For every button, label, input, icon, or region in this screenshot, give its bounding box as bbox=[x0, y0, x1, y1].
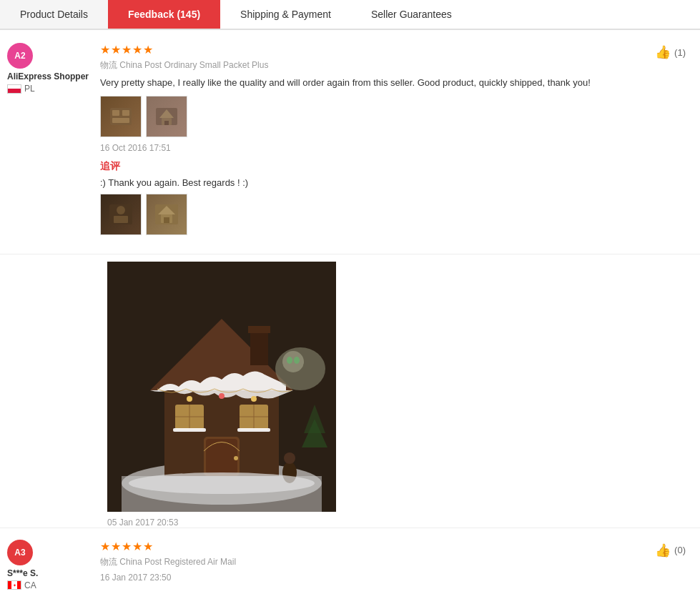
svg-point-44 bbox=[129, 472, 315, 494]
thumbs-up-icon: 👍 bbox=[655, 44, 671, 60]
flag-icon-pl bbox=[7, 84, 21, 94]
shipping-label: 物流 China Post Registered Air Mail bbox=[100, 556, 686, 568]
helpful-button[interactable]: 👍 (1) bbox=[655, 44, 686, 60]
svg-point-31 bbox=[187, 396, 192, 402]
country-code: PL bbox=[24, 84, 35, 94]
reviewer-column: A2 AliExpress Shopper PL bbox=[7, 43, 100, 241]
svg-rect-21 bbox=[248, 326, 270, 333]
thumb-image-icon bbox=[107, 102, 135, 131]
svg-point-37 bbox=[284, 452, 295, 464]
review-text: Very pretty shape, I really like the qua… bbox=[100, 76, 686, 90]
svg-rect-2 bbox=[122, 110, 129, 116]
followup-text: :) Thank you again. Best regards ! :) bbox=[100, 177, 686, 188]
reviews-section: A2 AliExpress Shopper PL ★★★★★ 物流 China … bbox=[0, 30, 700, 599]
svg-rect-20 bbox=[250, 330, 268, 365]
svg-point-9 bbox=[117, 206, 125, 214]
followup-section: 追评 :) Thank you again. Best regards ! :) bbox=[100, 160, 686, 235]
reviewer-name: AliExpress Shopper bbox=[7, 71, 100, 81]
svg-rect-35 bbox=[237, 428, 270, 432]
shipping-label: 物流 China Post Ordinary Small Packet Plus bbox=[100, 59, 686, 71]
large-review-image[interactable] bbox=[107, 262, 336, 512]
avatar: A3 bbox=[7, 540, 33, 565]
helpful-count: (1) bbox=[674, 47, 686, 58]
svg-rect-14 bbox=[164, 217, 169, 223]
review-content: ★★★★★ 物流 China Post Registered Air Mail … bbox=[100, 540, 686, 590]
large-image-section: 05 Jan 2017 20:53 bbox=[0, 254, 700, 528]
reviewer-flag: PL bbox=[7, 84, 100, 94]
svg-point-42 bbox=[287, 357, 292, 364]
thumb-image-icon bbox=[152, 102, 181, 131]
tab-product-details[interactable]: Product Details bbox=[0, 0, 108, 29]
followup-thumb-icon bbox=[107, 200, 135, 229]
svg-point-32 bbox=[219, 393, 225, 399]
svg-rect-3 bbox=[112, 118, 129, 123]
reviewer-column: A3 S***e S. ✦ CA bbox=[7, 540, 100, 590]
tab-feedback[interactable]: Feedback (145) bbox=[108, 0, 220, 29]
reviewer-flag: ✦ CA bbox=[7, 580, 100, 590]
svg-point-30 bbox=[234, 456, 238, 460]
review-thumbnail[interactable] bbox=[146, 96, 187, 137]
followup-images bbox=[100, 194, 686, 235]
review-thumbnail[interactable] bbox=[100, 96, 142, 137]
star-rating: ★★★★★ bbox=[100, 43, 686, 56]
svg-rect-34 bbox=[173, 428, 206, 432]
large-image-date: 05 Jan 2017 20:53 bbox=[107, 518, 693, 528]
svg-rect-29 bbox=[206, 439, 237, 474]
review-item: A3 S***e S. ✦ CA ★★★★★ 物流 China Post Reg… bbox=[0, 528, 700, 600]
svg-point-41 bbox=[282, 351, 304, 372]
followup-thumbnail[interactable] bbox=[146, 194, 187, 235]
followup-thumb-icon bbox=[152, 200, 181, 229]
helpful-count: (0) bbox=[674, 545, 686, 555]
review-item: A2 AliExpress Shopper PL ★★★★★ 物流 China … bbox=[0, 30, 700, 254]
tab-seller-guarantees[interactable]: Seller Guarantees bbox=[351, 0, 472, 29]
country-code: CA bbox=[24, 580, 36, 590]
review-date: 16 Jan 2017 23:50 bbox=[100, 573, 686, 583]
review-date: 16 Oct 2016 17:51 bbox=[100, 143, 686, 153]
svg-point-33 bbox=[251, 396, 257, 402]
svg-rect-10 bbox=[114, 216, 128, 223]
reviewer-name: S***e S. bbox=[7, 568, 100, 578]
followup-thumbnail[interactable] bbox=[100, 194, 142, 235]
gingerbread-house-svg bbox=[107, 262, 336, 512]
tabs-navigation: Product Details Feedback (145) Shipping … bbox=[0, 0, 700, 30]
svg-rect-7 bbox=[164, 121, 169, 125]
flag-icon-ca: ✦ bbox=[7, 580, 21, 590]
followup-label: 追评 bbox=[100, 160, 686, 173]
tab-shipping-payment[interactable]: Shipping & Payment bbox=[220, 0, 351, 29]
thumbs-up-icon: 👍 bbox=[655, 543, 671, 558]
avatar: A2 bbox=[7, 43, 33, 69]
svg-rect-1 bbox=[112, 110, 119, 116]
star-rating: ★★★★★ bbox=[100, 540, 686, 553]
svg-point-43 bbox=[294, 357, 300, 364]
review-content: ★★★★★ 物流 China Post Ordinary Small Packe… bbox=[100, 43, 686, 241]
helpful-button[interactable]: 👍 (0) bbox=[655, 543, 686, 558]
review-images bbox=[100, 96, 686, 137]
